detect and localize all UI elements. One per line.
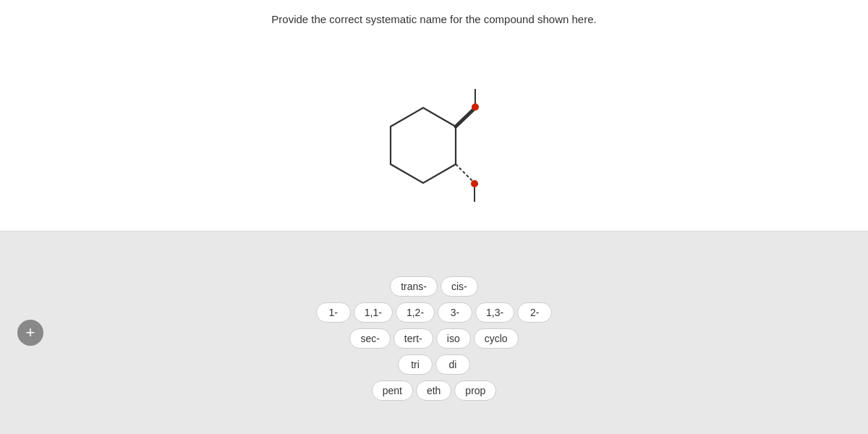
cis-button[interactable]: cis-: [441, 276, 478, 297]
three-button[interactable]: 3-: [438, 302, 472, 323]
button-row-2: 1- 1,1- 1,2- 3- 1,3- 2-: [316, 302, 552, 323]
plus-button[interactable]: +: [17, 320, 43, 346]
di-button[interactable]: di: [435, 354, 470, 375]
bond-bottom-dash: [456, 164, 473, 182]
tri-button[interactable]: tri: [398, 354, 433, 375]
onetwo-button[interactable]: 1,2-: [396, 302, 435, 323]
button-row-4: tri di: [398, 354, 470, 375]
eth-button[interactable]: eth: [416, 380, 451, 401]
question-section: Provide the correct systematic name for …: [0, 0, 868, 231]
bond-top-wedge: [456, 109, 474, 127]
cyclo-button[interactable]: cyclo: [474, 328, 519, 349]
oneone-button[interactable]: 1,1-: [354, 302, 393, 323]
oxygen-top: [472, 103, 479, 111]
iso-button[interactable]: iso: [436, 328, 471, 349]
prop-button[interactable]: prop: [454, 380, 496, 401]
oxygen-bottom: [471, 180, 478, 187]
tert-button[interactable]: tert-: [393, 328, 433, 349]
buttons-area: trans- cis- 1- 1,1- 1,2- 3- 1,3- 2- sec-…: [316, 276, 552, 401]
pent-button[interactable]: pent: [372, 380, 413, 401]
answer-section: + trans- cis- 1- 1,1- 1,2- 3- 1,3- 2- se…: [0, 231, 868, 434]
molecule-svg: [362, 51, 506, 218]
trans-button[interactable]: trans-: [390, 276, 438, 297]
one-button[interactable]: 1-: [316, 302, 351, 323]
two-button[interactable]: 2-: [517, 302, 552, 323]
molecule-display: [362, 38, 506, 231]
button-row-5: pent eth prop: [372, 380, 497, 401]
onethree-button[interactable]: 1,3-: [475, 302, 514, 323]
cyclohexane-ring: [391, 108, 456, 183]
sec-button[interactable]: sec-: [349, 328, 390, 349]
button-row-1: trans- cis-: [390, 276, 478, 297]
question-text: Provide the correct systematic name for …: [271, 13, 596, 25]
button-row-3: sec- tert- iso cyclo: [349, 328, 518, 349]
